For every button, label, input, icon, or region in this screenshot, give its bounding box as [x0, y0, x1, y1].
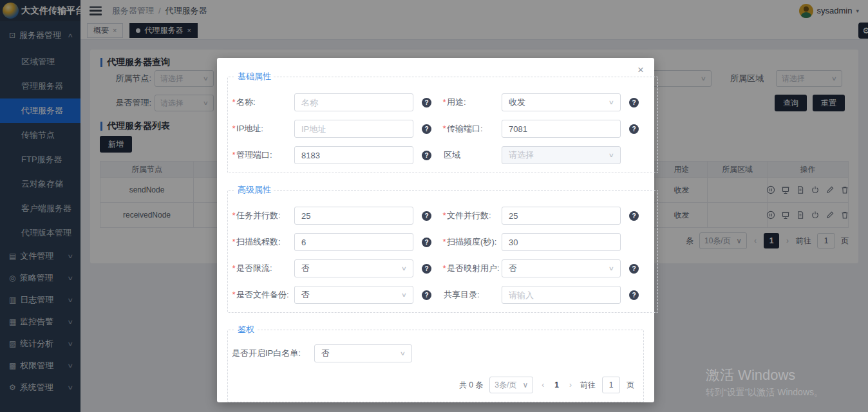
help-icon[interactable]: ? — [629, 290, 639, 300]
share-dir-input[interactable] — [502, 286, 621, 304]
file-parallel-input[interactable] — [502, 207, 621, 225]
dialog-body: 基础属性 *名称: ? *用途: 收发∨ ? *IP地址: ? — [217, 58, 654, 412]
scan-frequency-input[interactable] — [502, 233, 621, 251]
auth-fieldset: 鉴权 是否开启IP白名单: 否∨ 共 0 条 3条/页∨ ‹ 1 › 前往 页 — [227, 324, 644, 402]
ip-input[interactable] — [294, 120, 413, 138]
advanced-props-fieldset: 高级属性 *任务并行数: ? *文件并行数: ? *扫描线程数: ? — [227, 184, 658, 313]
proxy-edit-dialog: × 基础属性 *名称: ? *用途: 收发∨ ? *IP地址: — [217, 58, 654, 402]
field-manage-port: *管理端口: ? — [232, 146, 440, 164]
ip-whitelist-select[interactable]: 否∨ — [314, 344, 412, 362]
file-backup-select[interactable]: 否∨ — [294, 286, 413, 304]
field-usage: *用途: 收发∨ ? — [442, 93, 651, 111]
field-share-dir: 共享目录: ? — [442, 286, 651, 304]
scan-threads-input[interactable] — [294, 233, 413, 251]
help-icon[interactable]: ? — [422, 98, 431, 108]
advanced-props-legend: 高级属性 — [235, 184, 274, 196]
auth-page-size-select[interactable]: 3条/页∨ — [489, 377, 533, 393]
auth-goto-input[interactable] — [602, 377, 620, 393]
usage-select[interactable]: 收发∨ — [502, 93, 621, 111]
help-icon[interactable]: ? — [629, 98, 639, 108]
auth-total: 共 0 条 — [459, 380, 483, 391]
rate-limit-select[interactable]: 否∨ — [294, 259, 413, 277]
auth-pagination: 共 0 条 3条/页∨ ‹ 1 › 前往 页 — [232, 377, 637, 393]
help-icon[interactable]: ? — [422, 211, 431, 221]
help-icon[interactable]: ? — [422, 264, 431, 274]
auth-page-number[interactable]: 1 — [552, 380, 561, 389]
name-input[interactable] — [294, 93, 413, 111]
field-file-parallel: *文件并行数: ? — [442, 207, 651, 225]
field-task-parallel: *任务并行数: ? — [232, 207, 440, 225]
field-region: 区域 请选择∨ ? — [442, 146, 651, 164]
help-icon[interactable]: ? — [629, 264, 639, 274]
manage-port-input[interactable] — [294, 146, 413, 164]
auth-legend: 鉴权 — [235, 324, 257, 335]
help-icon[interactable]: ? — [629, 211, 639, 221]
help-icon[interactable]: ? — [422, 124, 431, 134]
field-name: *名称: ? — [232, 93, 440, 111]
field-ip: *IP地址: ? — [232, 120, 440, 138]
region-select-modal[interactable]: 请选择∨ — [502, 146, 621, 164]
chevron-down-icon: ∨ — [609, 99, 614, 106]
transfer-port-input[interactable] — [502, 120, 621, 138]
field-file-backup: *是否文件备份: 否∨ ? — [232, 286, 440, 304]
help-icon[interactable]: ? — [422, 151, 431, 160]
chevron-down-icon: ∨ — [523, 380, 529, 389]
dialog-close-icon[interactable]: × — [637, 64, 644, 75]
next-page-icon[interactable]: › — [567, 380, 574, 389]
page-unit: 页 — [627, 380, 634, 391]
map-user-select[interactable]: 否∨ — [502, 259, 621, 277]
chevron-down-icon: ∨ — [609, 152, 614, 158]
prev-page-icon[interactable]: ‹ — [540, 380, 546, 389]
task-parallel-input[interactable] — [294, 207, 413, 225]
chevron-down-icon: ∨ — [400, 350, 406, 357]
field-transfer-port: *传输端口: ? — [442, 120, 651, 138]
field-map-user: *是否映射用户: 否∨ ? — [442, 259, 651, 277]
field-rate-limit: *是否限流: 否∨ ? — [232, 259, 440, 277]
basic-props-legend: 基础属性 — [235, 71, 274, 82]
field-scan-threads: *扫描线程数: ? — [232, 233, 440, 251]
help-icon[interactable]: ? — [422, 238, 431, 247]
basic-props-fieldset: 基础属性 *名称: ? *用途: 收发∨ ? *IP地址: ? — [227, 71, 658, 173]
chevron-down-icon: ∨ — [401, 265, 407, 272]
goto-label: 前往 — [580, 380, 596, 391]
help-icon[interactable]: ? — [422, 290, 431, 300]
chevron-down-icon: ∨ — [401, 292, 407, 298]
field-scan-frequency: *扫描频度(秒): ? — [442, 233, 651, 251]
chevron-down-icon: ∨ — [609, 265, 614, 272]
ip-whitelist-label: 是否开启IP白名单: — [232, 348, 314, 359]
help-icon[interactable]: ? — [629, 124, 639, 134]
